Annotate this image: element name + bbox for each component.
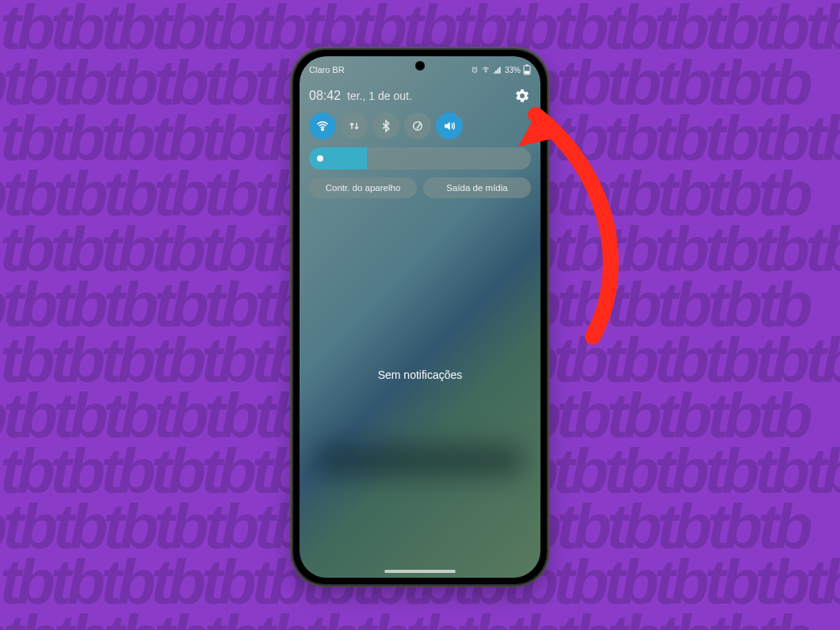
mobile-data-toggle[interactable] — [341, 113, 368, 139]
svg-rect-4 — [525, 71, 529, 74]
status-right: 33% — [471, 64, 531, 75]
settings-button[interactable] — [514, 87, 531, 105]
bluetooth-icon — [379, 119, 393, 133]
bluetooth-toggle[interactable] — [372, 113, 399, 139]
sound-icon — [442, 119, 456, 133]
brightness-sun-icon — [317, 155, 323, 162]
no-notifications-label: Sem notificações — [300, 368, 540, 381]
wifi-toggle[interactable] — [309, 113, 336, 139]
auto-rotate-toggle[interactable] — [404, 113, 431, 139]
dock-shadow — [315, 445, 525, 476]
front-camera — [415, 61, 425, 71]
panel-pills: Contr. do aparelho Saída de mídia — [309, 178, 531, 198]
battery-percent: 33% — [505, 66, 521, 74]
panel-header: 08:42 ter., 1 de out. — [309, 82, 531, 109]
phone-frame: Claro BR 33% 08:42 ter., 1 de out. — [293, 50, 547, 584]
media-output-button[interactable]: Saída de mídia — [423, 178, 531, 198]
svg-rect-3 — [526, 65, 529, 67]
brightness-slider[interactable] — [309, 147, 531, 170]
auto-rotate-icon — [410, 119, 425, 133]
svg-point-5 — [322, 128, 323, 130]
sound-toggle[interactable] — [436, 113, 463, 139]
phone-screen: Claro BR 33% 08:42 ter., 1 de out. — [300, 56, 540, 578]
carrier-label: Claro BR — [309, 65, 345, 74]
panel-date: ter., 1 de out. — [347, 90, 412, 102]
svg-point-1 — [485, 71, 486, 72]
data-arrows-icon — [347, 119, 361, 133]
quick-settings-panel: 08:42 ter., 1 de out. — [300, 78, 540, 198]
battery-icon — [523, 64, 531, 75]
wifi-icon — [315, 119, 330, 133]
gear-icon — [514, 88, 530, 104]
nav-handle[interactable] — [384, 570, 456, 573]
panel-time: 08:42 — [309, 89, 341, 103]
alarm-icon — [471, 66, 479, 74]
tutorial-image: tbtbtbtbtbtbtbtbtbtbtbtbtbtbtbtbtb tbtbt… — [0, 0, 840, 630]
signal-icon — [493, 66, 502, 74]
device-control-button[interactable]: Contr. do aparelho — [309, 178, 417, 198]
quick-toggles — [309, 113, 531, 139]
wifi-status-icon — [481, 66, 491, 74]
